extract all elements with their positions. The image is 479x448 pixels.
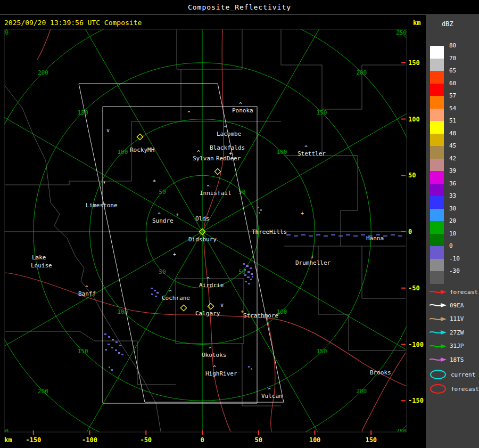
colorbar-tick-label: -30 [449, 267, 460, 275]
precip-echo [119, 345, 121, 346]
colorbar-cell [430, 259, 444, 272]
bottom-axis-label: -150 [26, 436, 41, 444]
colorbar-cell [430, 146, 444, 159]
town-marker: * [103, 181, 106, 186]
precip-echo [115, 341, 118, 343]
city-label: Banff [78, 290, 96, 297]
city-label: Olds [195, 215, 210, 222]
precip-echo [346, 234, 350, 235]
city-label: Vulcan [261, 393, 283, 400]
colorbar-tick-label: 60 [449, 80, 456, 87]
precip-echo [156, 292, 159, 294]
ring-distance-label: 150 [316, 348, 327, 355]
town-marker: ^ [304, 145, 308, 151]
precip-echo [246, 265, 249, 267]
precip-echo [118, 352, 120, 354]
colorbar-cell [430, 221, 444, 234]
precip-echo [104, 333, 106, 335]
colorbar-cell [430, 46, 444, 59]
legend-row: forecast [429, 384, 479, 394]
county-boundary [281, 29, 406, 109]
town-marker: + [301, 210, 304, 216]
precip-echo [244, 274, 246, 276]
colorbar-tick-label: 65 [449, 67, 456, 75]
precip-echo [247, 271, 250, 273]
town-marker: + [229, 151, 232, 157]
precip-echo [245, 281, 247, 282]
ring-distance-label: 100 [277, 149, 287, 156]
city-label: Cochrane [162, 295, 190, 302]
colorbar-title: dBZ [442, 20, 453, 28]
right-axis-label: -50 [408, 284, 420, 292]
colorbar-cell [430, 246, 444, 259]
legend-label: 18TS [450, 356, 464, 363]
colorbar-tick-label: 54 [449, 105, 456, 112]
town-marker: + [173, 251, 176, 257]
colorbar-cell [430, 134, 444, 146]
city-label: Stettler [298, 150, 326, 157]
town-marker: + [241, 309, 244, 315]
map-content: 5050505010010010010015015015015020020020… [0, 0, 426, 448]
precip-echo [250, 267, 252, 269]
radar-site-diamond [214, 168, 220, 174]
town-marker: ^ [158, 212, 161, 218]
precip-echo [109, 366, 110, 368]
precip-echo [301, 234, 305, 235]
city-label: Sundre [152, 217, 174, 224]
ring-distance-label: 150 [316, 109, 327, 116]
legend-label: 09EA [450, 302, 464, 309]
city-label: Louise [31, 262, 52, 269]
precip-echo [248, 366, 250, 368]
city-label: Brooks [370, 369, 391, 376]
precip-echo [398, 235, 402, 237]
radar-map[interactable]: 5050505010010010010015015015015020020020… [0, 0, 426, 448]
ring-distance-label: 50 [159, 268, 166, 275]
colorbar-tick-label: 39 [449, 167, 456, 175]
precip-echo [309, 235, 313, 237]
colorbar-cell [430, 109, 444, 121]
colorbar-tick-label: 0 [449, 242, 453, 250]
precip-echo [258, 207, 259, 208]
colorbar-cell [430, 71, 444, 84]
city-label: Ponoka [232, 107, 253, 114]
ring-distance-label: 250 [396, 428, 407, 435]
precip-echo [251, 368, 252, 370]
colorbar-tick-label: 10 [449, 230, 456, 238]
legend-row: current [429, 370, 475, 379]
ring-distance-label: 100 [118, 149, 128, 156]
right-axis-label: 100 [408, 116, 420, 123]
city-label: Airdrie [199, 282, 224, 289]
colorbar-tick-label: 33 [449, 192, 456, 200]
colorbar-cell [430, 271, 444, 284]
precip-echo [108, 336, 110, 338]
bottom-axis-label: -100 [82, 436, 97, 444]
county-boundary [5, 331, 176, 385]
legend-row: 09EA [429, 300, 464, 310]
precip-echo [391, 234, 395, 235]
storm-ellipse-icon [429, 384, 448, 394]
city-label: Limestone [86, 202, 118, 209]
special-marker: v [106, 127, 110, 133]
precip-echo [112, 339, 114, 340]
highway-line [37, 29, 51, 60]
city-label: Blackfalds [210, 144, 245, 151]
city-label: Strathmore [243, 312, 278, 319]
precip-echo [247, 276, 250, 278]
ring-distance-label: 250 [396, 29, 407, 36]
county-boundary [177, 29, 181, 121]
highway-line [267, 318, 275, 431]
city-label: Sylvan [193, 155, 214, 162]
precip-echo [111, 347, 113, 348]
right-axis-label: 150 [408, 59, 420, 67]
legend-row: 18TS [429, 355, 464, 364]
precip-echo [361, 234, 365, 235]
ring-distance-label: 200 [356, 388, 367, 395]
track-arrow-icon [429, 314, 447, 324]
town-marker: + [311, 254, 314, 260]
colorbar-cell [430, 121, 444, 134]
precip-echo [252, 276, 253, 278]
right-axis-label: -100 [408, 341, 424, 348]
track-arrow-icon [429, 287, 447, 297]
precip-echo [260, 209, 262, 211]
town-marker: ^ [197, 150, 200, 156]
